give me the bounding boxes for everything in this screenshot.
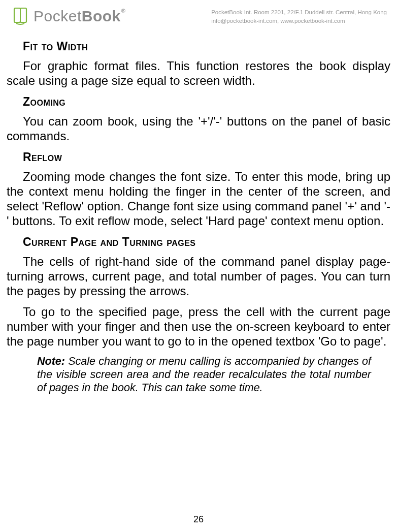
page-content: Fit to Width For graphic format files. T…: [0, 29, 397, 394]
text-reflow: Zooming mode changes the font size. To e…: [7, 169, 390, 228]
company-address: PocketBook Int. Room 2201, 22/F.1 Duddel…: [211, 8, 387, 17]
page-header: PocketBook® PocketBook Int. Room 2201, 2…: [0, 0, 397, 29]
text-current-page-1: The cells of right-hand side of the comm…: [7, 254, 390, 298]
logo: PocketBook®: [10, 6, 125, 26]
heading-current-page: Current Page and Turning pages: [7, 235, 390, 249]
logo-text: PocketBook®: [34, 8, 125, 25]
page-number: 26: [0, 514, 397, 525]
heading-zooming: Zooming: [7, 95, 390, 109]
company-info: PocketBook Int. Room 2201, 22/F.1 Duddel…: [211, 6, 387, 25]
text-fit-to-width: For graphic format files. This function …: [7, 58, 390, 88]
logo-icon: [10, 6, 30, 26]
heading-fit-to-width: Fit to Width: [7, 40, 390, 53]
note-text: Scale changing or menu calling is accomp…: [37, 355, 371, 394]
note-label: Note:: [37, 355, 65, 367]
text-zooming: You can zoom book, using the '+'/'-' but…: [7, 114, 390, 143]
company-contact: info@pocketbook-int.com, www.pocketbook-…: [211, 17, 387, 25]
text-current-page-2: To go to the specified page, press the c…: [7, 304, 390, 349]
heading-reflow: Reflow: [7, 150, 390, 164]
note-block: Note: Scale changing or menu calling is …: [7, 355, 390, 394]
